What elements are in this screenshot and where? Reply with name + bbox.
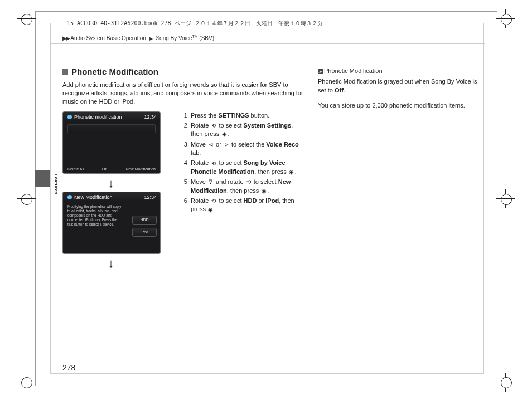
step-6: Rotate ⟲ to select HDD or iPod, then pre…: [191, 197, 303, 214]
screen1-bottom-right: New Modification: [126, 167, 156, 171]
register-mark-icon: [496, 9, 515, 28]
breadcrumb-separator-icon: [148, 35, 154, 41]
section-bullet-icon: [62, 69, 68, 75]
trademark-icon: TM: [192, 35, 197, 38]
flow-arrow-down-icon: ↓: [62, 254, 159, 272]
side-paragraph-1: Phonetic Modification is grayed out when…: [318, 77, 485, 95]
press-dial-icon: ◉: [260, 188, 267, 194]
flow-arrow-down-icon: ↓: [62, 174, 159, 192]
register-mark-icon: [17, 189, 36, 208]
device-screenshot-2: New Modification 12:34 Modifying the pho…: [62, 192, 161, 254]
side-notes-column: ≫Phonetic Modification Phonetic Modifica…: [318, 67, 485, 117]
screen2-ipod-button: iPod: [132, 228, 157, 237]
register-mark-icon: [17, 373, 36, 392]
breadcrumb-part-2: Song By Voice: [156, 35, 192, 41]
screen1-title: Phonetic modification: [74, 114, 122, 120]
rotate-dial-icon: ⟲: [210, 161, 217, 167]
section-title-row: Phonetic Modification: [62, 67, 303, 77]
screen2-description: Modifying the phonetics will apply to al…: [67, 204, 123, 227]
screen1-bottom-mid: OK: [102, 167, 108, 171]
press-dial-icon: ◉: [288, 169, 295, 175]
breadcrumb-suffix: (SBV): [198, 35, 214, 41]
step-4: Rotate ⟲ to select Song by Voice Phoneti…: [191, 159, 303, 176]
side-heading: ≫Phonetic Modification: [318, 67, 485, 75]
rotate-dial-icon: ⟲: [210, 198, 217, 204]
document-meta-line: 15 ACCORD 4D-31T2A6200.book 278 ページ ２０１４…: [67, 19, 323, 27]
move-down-icon: ⊽: [207, 179, 214, 185]
rotate-dial-icon: ⟲: [210, 123, 217, 129]
move-left-icon: ⊲: [207, 142, 214, 148]
screens-column: Phonetic modification 12:34 Delete All O…: [62, 111, 174, 272]
breadcrumb-part-1: Audio System Basic Operation: [70, 35, 146, 41]
steps-column: Press the SETTINGS button. Rotate ⟲ to s…: [182, 111, 303, 272]
rotate-dial-icon: ⟲: [245, 179, 252, 185]
press-dial-icon: ◉: [207, 207, 214, 213]
device-screenshot-1: Phonetic modification 12:34 Delete All O…: [62, 111, 161, 174]
side-paragraph-2: You can store up to 2,000 phonetic modif…: [318, 101, 485, 110]
section-side-label: Features: [54, 174, 59, 194]
press-dial-icon: ◉: [221, 131, 228, 137]
register-mark-icon: [17, 9, 36, 28]
step-1: Press the SETTINGS button.: [191, 111, 303, 120]
screen1-input-slot: [67, 124, 156, 133]
side-heading-chevron-icon: ≫: [318, 69, 323, 74]
step-2: Rotate ⟲ to select System Settings, then…: [191, 121, 303, 139]
section-thumb-tab: [35, 170, 50, 187]
section-intro: Add phonetic modifications of difficult …: [62, 81, 303, 106]
screen-indicator-icon: [67, 115, 72, 119]
register-mark-icon: [496, 189, 515, 208]
screen1-clock: 12:34: [144, 114, 157, 120]
screen2-title: New Modification: [74, 194, 113, 200]
page-number: 278: [62, 363, 75, 372]
side-heading-text: Phonetic Modification: [324, 67, 383, 74]
screen-indicator-icon: [67, 195, 72, 199]
breadcrumb-rule: [50, 43, 485, 44]
screen2-clock: 12:34: [144, 194, 157, 200]
breadcrumb-arrows-icon: ▶▶: [62, 35, 69, 41]
step-3: Move ⊲ or ⊳ to select the Voice Reco tab…: [191, 140, 303, 158]
screen2-hdd-button: HDD: [132, 216, 157, 225]
register-mark-icon: [496, 373, 515, 392]
step-5: Move ⊽ and rotate ⟲ to select New Modifi…: [191, 178, 303, 195]
breadcrumb: ▶▶ Audio System Basic Operation Song By …: [62, 35, 214, 41]
section-title: Phonetic Modification: [71, 67, 158, 76]
screen1-bottom-left: Delete All: [67, 167, 84, 171]
move-right-icon: ⊳: [223, 142, 230, 148]
